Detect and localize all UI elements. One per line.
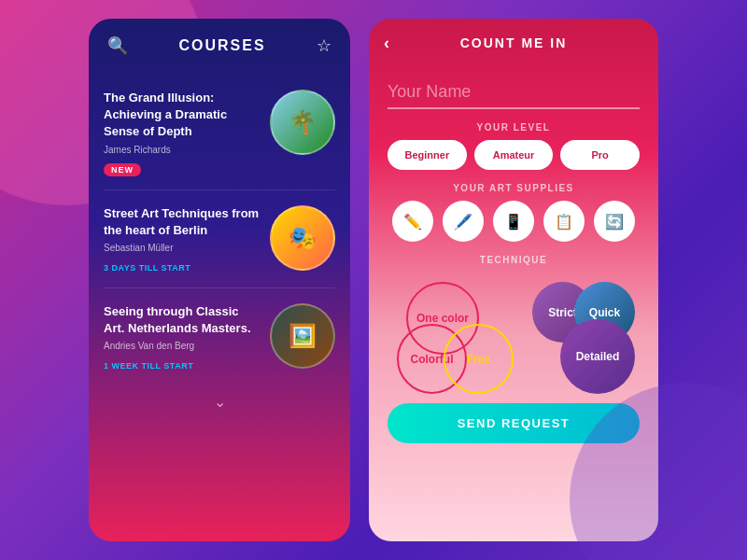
level-amateur[interactable]: Amateur xyxy=(474,140,554,170)
level-pro[interactable]: Pro xyxy=(560,140,640,170)
supply-pencil[interactable]: ✏️ xyxy=(392,201,433,242)
star-icon[interactable]: ☆ xyxy=(317,35,331,56)
technique-label: TECHNIQUE xyxy=(388,255,640,265)
technique-detailed[interactable]: Detailed xyxy=(560,319,635,394)
courses-list: The Grand Illusion: Achieving a Dramatic… xyxy=(89,65,350,385)
course-author: Sebastian Müller xyxy=(104,243,261,253)
badge-new: NEW xyxy=(104,163,141,176)
course-author: Andries Van den Berg xyxy=(104,341,261,351)
down-arrow[interactable]: ⌄ xyxy=(89,385,350,418)
name-input[interactable] xyxy=(388,78,640,109)
course-thumbnail: 🖼️ xyxy=(270,303,335,369)
search-icon[interactable]: 🔍 xyxy=(107,35,128,56)
level-beginner[interactable]: Beginner xyxy=(388,140,467,170)
count-me-in-header: ‹ COUNT ME IN xyxy=(369,19,658,60)
thumb-img: 🎭 xyxy=(272,207,333,269)
supplies-label: YOUR ART SUPPLIES xyxy=(388,183,640,193)
badge-days: 3 DAYS TILL START xyxy=(104,263,190,273)
course-text: The Grand Illusion: Achieving a Dramatic… xyxy=(104,90,270,176)
count-me-in-title: COUNT ME IN xyxy=(460,35,568,50)
supply-tablet[interactable]: 📱 xyxy=(493,201,534,242)
course-thumbnail: 🌴 xyxy=(270,90,335,155)
course-author: James Richards xyxy=(104,145,261,155)
thumb-img: 🖼️ xyxy=(272,305,333,367)
supply-board[interactable]: 📋 xyxy=(543,201,585,242)
badge-week: 1 WEEK TILL START xyxy=(104,361,193,371)
level-buttons: Beginner Amateur Pro xyxy=(388,140,640,170)
course-title: Street Art Techniques from the heart of … xyxy=(104,205,261,239)
course-thumbnail: 🎭 xyxy=(270,205,335,271)
course-item[interactable]: Street Art Techniques from the heart of … xyxy=(104,190,335,288)
courses-header: 🔍 COURSES ☆ xyxy=(89,19,350,65)
technique-free[interactable]: Free xyxy=(444,324,514,394)
courses-title: COURSES xyxy=(178,37,265,54)
technique-area: One color Strict Quick Colorful Free Det… xyxy=(388,273,640,394)
supply-rotate[interactable]: 🔄 xyxy=(594,201,635,242)
courses-card: 🔍 COURSES ☆ The Grand Illusion: Achievin… xyxy=(89,19,350,541)
course-text: Street Art Techniques from the heart of … xyxy=(104,205,270,274)
course-title: The Grand Illusion: Achieving a Dramatic… xyxy=(104,90,261,141)
back-button[interactable]: ‹ xyxy=(384,34,389,53)
level-label: YOUR LEVEL xyxy=(388,122,640,133)
thumb-img: 🌴 xyxy=(272,91,333,153)
send-request-button[interactable]: SEND REQUEST xyxy=(388,403,640,443)
course-text: Seeing through Classic Art. Netherlands … xyxy=(104,303,270,372)
count-me-in-card: ‹ COUNT ME IN YOUR LEVEL Beginner Amateu… xyxy=(369,19,658,541)
supplies-row: ✏️ 🖊️ 📱 📋 🔄 xyxy=(388,201,640,242)
right-card-content: YOUR LEVEL Beginner Amateur Pro YOUR ART… xyxy=(369,60,658,394)
course-item[interactable]: The Grand Illusion: Achieving a Dramatic… xyxy=(104,75,335,190)
course-item[interactable]: Seeing through Classic Art. Netherlands … xyxy=(104,288,335,385)
supply-pen[interactable]: 🖊️ xyxy=(443,201,484,242)
course-title: Seeing through Classic Art. Netherlands … xyxy=(104,303,261,337)
